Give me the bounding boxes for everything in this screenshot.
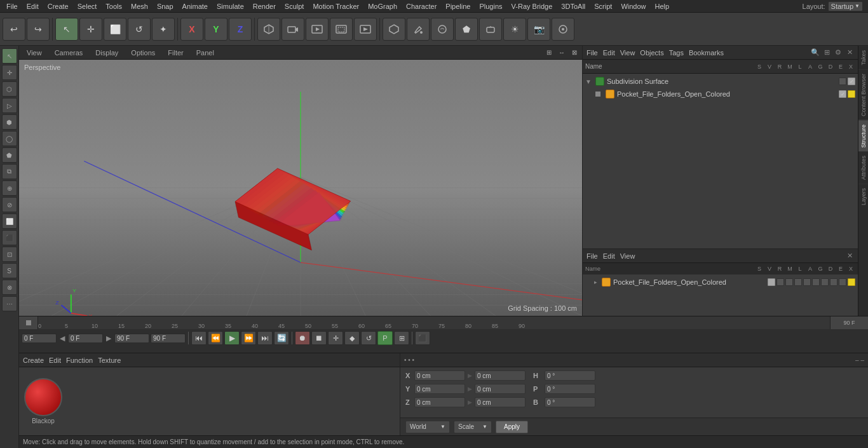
y-axis-button[interactable]: Y [205, 18, 227, 41]
layout-selector[interactable]: Startup ▼ [828, 1, 863, 11]
render-active-button[interactable] [354, 18, 377, 41]
apply-button[interactable]: Apply [496, 421, 528, 433]
camera-button[interactable] [281, 18, 304, 41]
perspective-btn[interactable] [383, 18, 405, 41]
menu-create[interactable]: Create [44, 1, 72, 11]
menu-motion-tracker[interactable]: Motion Tracker [309, 1, 363, 11]
obj-header-file[interactable]: File [587, 49, 598, 57]
menu-snap[interactable]: Snap [153, 1, 177, 11]
menu-mograph[interactable]: MoGraph [364, 1, 401, 11]
world-dropdown[interactable]: World ▼ [405, 421, 450, 433]
viewport-tab-options[interactable]: Options [126, 48, 160, 58]
coord-x-field[interactable]: 0 cm [414, 370, 465, 381]
attr-header-view[interactable]: View [620, 252, 635, 260]
scale-tool-button[interactable]: ⬜ [104, 18, 126, 41]
light-btn[interactable]: ☀ [503, 18, 526, 41]
attr-row-folders[interactable]: ▸ Pocket_File_Folders_Open_Colored [583, 276, 858, 288]
left-tool-4[interactable]: ⬛ [2, 230, 17, 245]
menu-select[interactable]: Select [74, 1, 101, 11]
obj-search-icon[interactable]: 🔍 [811, 48, 820, 57]
cloner-btn[interactable]: ⬟ [455, 18, 478, 41]
z-axis-button[interactable]: Z [229, 18, 252, 41]
timeline-next-btn[interactable]: ⏩ [241, 331, 256, 345]
attr-icon-7[interactable] [821, 278, 829, 286]
move-tool-button[interactable]: ✛ [79, 18, 102, 41]
left-tool-select[interactable]: ↖ [2, 48, 17, 64]
viewport-ctrl-3[interactable]: ⊠ [569, 48, 580, 58]
coord-z-field[interactable]: 0 cm [414, 397, 465, 407]
camera2-btn[interactable]: 📷 [527, 18, 550, 41]
obj-tag-icon[interactable] [848, 90, 855, 98]
right-tab-layers[interactable]: Layers [858, 184, 868, 209]
obj-settings-icon[interactable]: ⚙ [834, 48, 843, 57]
attr-icon-9[interactable] [839, 278, 846, 286]
mat-edit[interactable]: Edit [49, 356, 61, 364]
timeline-start-field[interactable]: 0 F [22, 334, 57, 343]
timeline-move-btn[interactable]: ✛ [328, 331, 343, 345]
scale-dropdown[interactable]: Scale ▼ [454, 421, 492, 433]
mat-function[interactable]: Function [66, 356, 93, 364]
attr-icon-5[interactable] [803, 278, 811, 286]
redo-button[interactable]: ↪ [27, 18, 50, 41]
attr-icon-6[interactable] [812, 278, 820, 286]
viewport-tab-filter[interactable]: Filter [163, 48, 188, 58]
viewport-ctrl-1[interactable]: ⊞ [544, 48, 554, 58]
left-tool-live[interactable]: ◯ [2, 131, 17, 146]
rotate-tool-button[interactable]: ↺ [128, 18, 151, 41]
timeline-ruler-marks[interactable]: 0 5 10 15 20 25 30 35 40 45 50 55 60 65 … [38, 316, 830, 329]
left-tool-point[interactable]: ⬢ [2, 114, 17, 130]
attr-icon-3[interactable] [785, 278, 793, 286]
menu-render[interactable]: Render [249, 1, 280, 11]
timeline-to-end-btn[interactable]: ⏭ [257, 331, 273, 345]
left-tool-3[interactable]: ⬜ [2, 214, 17, 229]
left-tool-move[interactable]: ✛ [2, 65, 17, 80]
attr-header-file[interactable]: File [587, 252, 598, 260]
left-tool-6[interactable]: S [2, 263, 17, 278]
obj-header-bookmarks[interactable]: Bookmarks [689, 49, 724, 57]
left-tool-soft[interactable]: ⬟ [2, 147, 17, 163]
timeline-end-field[interactable]: 90 F [114, 334, 149, 343]
coord-p-field[interactable]: 0 ° [545, 384, 595, 394]
timeline-step-down[interactable]: ◀ [58, 331, 67, 345]
timeline-prev-btn[interactable]: ⏪ [208, 331, 223, 345]
menu-character[interactable]: Character [402, 1, 440, 11]
coord-y-size-field[interactable]: 0 cm [475, 384, 526, 394]
menu-sculpt[interactable]: Sculpt [281, 1, 308, 11]
obj-header-objects[interactable]: Objects [640, 49, 663, 57]
obj-row-subdivision[interactable]: ▼ Subdivision Surface ✓ [583, 75, 858, 88]
attr-icon-2[interactable] [776, 278, 784, 286]
timeline-key-btn[interactable]: ◆ [344, 331, 360, 345]
x-axis-button[interactable]: X [180, 18, 203, 41]
select-tool-button[interactable]: ↖ [55, 18, 78, 41]
obj-header-tags[interactable]: Tags [669, 49, 684, 57]
timeline-step-up[interactable]: ▶ [104, 331, 113, 345]
timeline-record-btn[interactable]: ⏺ [295, 331, 310, 345]
attr-icon-10[interactable] [848, 278, 855, 286]
scene-btn[interactable] [552, 18, 574, 41]
right-tab-takes[interactable]: Takes [858, 46, 868, 69]
menu-file[interactable]: File [3, 1, 22, 11]
transform-tool-button[interactable]: ✦ [152, 18, 175, 41]
timeline-end-box[interactable]: 90 F [830, 316, 868, 329]
deformer-btn[interactable] [479, 18, 502, 41]
menu-animate[interactable]: Animate [179, 1, 212, 11]
paint-btn[interactable] [407, 18, 430, 41]
menu-mesh[interactable]: Mesh [127, 1, 152, 11]
viewport-tab-view[interactable]: View [22, 48, 47, 58]
menu-pipeline[interactable]: Pipeline [442, 1, 474, 11]
menu-edit[interactable]: Edit [23, 1, 43, 11]
timeline-play2-btn[interactable]: P [377, 331, 393, 345]
right-tab-attributes[interactable]: Attributes [858, 151, 868, 184]
obj-check-icon[interactable] [839, 78, 846, 85]
attr-icon-8[interactable] [830, 278, 837, 286]
sculpt-btn[interactable] [431, 18, 454, 41]
left-tool-7[interactable]: ⊗ [2, 280, 17, 295]
mat-texture[interactable]: Texture [98, 356, 121, 364]
render-button[interactable] [306, 18, 329, 41]
menu-simulate[interactable]: Simulate [213, 1, 248, 11]
menu-vray[interactable]: V-Ray Bridge [508, 1, 557, 11]
material-item[interactable]: Blackop [24, 378, 62, 424]
menu-help[interactable]: Help [651, 1, 674, 11]
viewport-canvas[interactable]: Y X Z [19, 60, 582, 316]
timeline-grid-btn[interactable]: ⊞ [394, 331, 409, 345]
